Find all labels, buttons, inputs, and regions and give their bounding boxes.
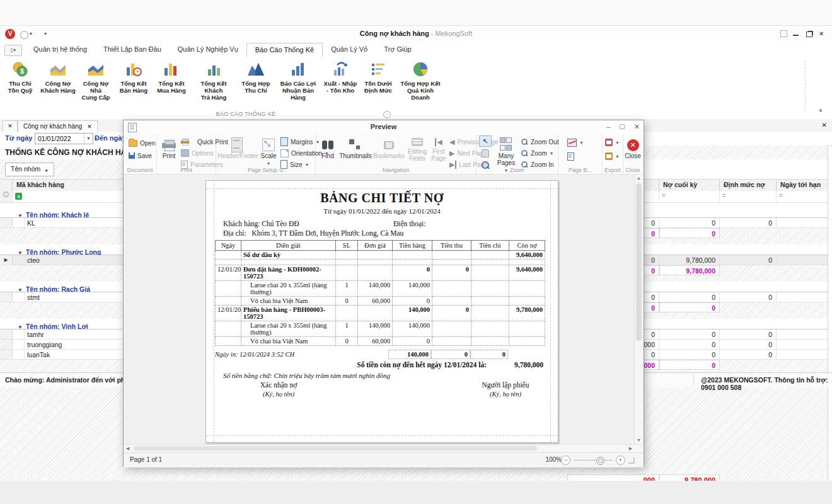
column-header-due-date[interactable]: Ngày tới hạn: [777, 180, 828, 192]
row-marker[interactable]: [0, 329, 13, 339]
cell-debt-limit[interactable]: 0: [720, 255, 777, 265]
ribbon-button-tong-hop-ket-qua-kinh-doanh[interactable]: Tổng Hợp KếtQuả Kinh Doanh: [397, 58, 444, 101]
ribbon-tab-quản-lý-nghiệp-vụ[interactable]: Quản Lý Nghiệp Vụ: [170, 43, 246, 57]
close-preview-button[interactable]: ✕ Close: [623, 137, 642, 159]
preview-title-bar[interactable]: Preview – ▢ ✕: [124, 120, 644, 135]
scroll-right-icon[interactable]: ▶: [627, 445, 635, 452]
collapse-ribbon-icon[interactable]: ▲: [818, 107, 823, 113]
pin-window-icon[interactable]: [780, 30, 787, 37]
cell-debt-limit[interactable]: 0: [720, 292, 777, 302]
ribbon-tab-trợ-giúp[interactable]: Trợ Giúp: [376, 43, 419, 57]
zoom-out-button[interactable]: Zoom Out: [521, 137, 558, 147]
options-icon: [181, 149, 189, 157]
cell-end-debt[interactable]: 0: [659, 292, 720, 302]
export-document-button[interactable]: ▼: [605, 137, 620, 147]
ribbon-button-tong-ket-mua-hang[interactable]: Tổng KếtMua Hàng: [153, 58, 190, 101]
scroll-left-icon[interactable]: ◀: [124, 445, 132, 452]
ribbon-button-xuat-nhap-ton-kho[interactable]: Xuất - Nhập- Tồn Kho: [321, 58, 359, 101]
tabstrip-close-icon[interactable]: ✕: [822, 122, 827, 129]
group-by-button[interactable]: Tên nhóm▲: [5, 163, 54, 176]
ribbon-button-cong-no-khach-hang[interactable]: Công NợKhách Hàng: [39, 58, 77, 101]
cell-debt-limit[interactable]: 0: [720, 340, 777, 349]
ribbon-button-tong-ket-khach-tra-hang[interactable]: Tổng Kết KháchTrả Hàng: [190, 58, 237, 101]
from-date-dropdown-icon[interactable]: ▼: [84, 134, 93, 144]
horizontal-scroll-thumb[interactable]: [134, 446, 537, 451]
cell-debt-limit[interactable]: 0: [720, 329, 777, 339]
ribbon-button-cong-no-nha-cung-cap[interactable]: Công Nợ NhàCung Cấp: [77, 58, 115, 101]
scroll-up-icon[interactable]: ▲: [635, 175, 643, 182]
filter-end-debt[interactable]: =: [659, 191, 720, 202]
ribbon-button-tong-hop-thu-chi[interactable]: Tổng HợpThu Chi: [237, 58, 275, 101]
open-button[interactable]: Open: [129, 138, 155, 148]
minimize-button[interactable]: [793, 35, 799, 36]
close-all-tabs-button[interactable]: ✕: [3, 120, 18, 132]
preview-vertical-scrollbar[interactable]: ▲ ▼: [634, 175, 643, 444]
page-color-button[interactable]: [567, 151, 584, 161]
ribbon-button-ton-duoi-dinh-muc[interactable]: Tồn DướiĐịnh Mức: [359, 58, 397, 101]
row-marker[interactable]: [0, 292, 13, 302]
tab-cong-no-khach-hang[interactable]: Công nợ khách hàng✕: [18, 120, 98, 132]
cell-end-debt[interactable]: 0: [659, 329, 720, 339]
resize-grip[interactable]: [628, 457, 635, 464]
cell-due-date[interactable]: [777, 329, 828, 339]
cell-due-date[interactable]: [777, 218, 828, 227]
column-header-cut[interactable]: [644, 180, 659, 192]
group-dialog-launcher-icon[interactable]: ◦: [383, 111, 391, 118]
cell-due-date[interactable]: [777, 255, 828, 265]
preview-horizontal-scrollbar[interactable]: ◀ ▶: [124, 444, 644, 452]
thumbnails-button[interactable]: Thumbnails: [338, 137, 373, 159]
zoom-slider-knob[interactable]: [596, 457, 604, 465]
filter-debt-limit[interactable]: =: [720, 191, 777, 202]
row-marker[interactable]: ▶: [0, 255, 13, 265]
cell-due-date[interactable]: [777, 350, 828, 359]
ribbon-button-thu-chi-ton-quy[interactable]: $Thu ChiTồn Quỹ: [1, 58, 39, 101]
preview-close-button[interactable]: ✕: [634, 123, 640, 131]
cell-end-debt[interactable]: 0: [659, 218, 720, 227]
preview-minimize-button[interactable]: –: [606, 123, 610, 131]
zoom-increase-button[interactable]: +: [616, 455, 625, 465]
scroll-down-icon[interactable]: ▼: [635, 437, 643, 444]
filter-due-date[interactable]: =: [777, 191, 828, 202]
cell-end-debt[interactable]: 0: [659, 350, 720, 359]
save-button[interactable]: Save: [129, 151, 155, 161]
cell-end-debt[interactable]: 0: [659, 340, 720, 349]
footer-end-debt[interactable]: 0: [659, 302, 720, 312]
column-header-debt-limit[interactable]: Định mức nợ: [720, 180, 777, 192]
cell-debt-limit[interactable]: 0: [720, 350, 777, 359]
tab-close-icon[interactable]: ✕: [87, 123, 92, 130]
from-date-input[interactable]: 01/01/2022▼: [35, 133, 93, 144]
footer-end-debt[interactable]: 0: [659, 228, 720, 238]
filter-abc-icon[interactable]: a: [15, 193, 22, 200]
vertical-scroll-thumb[interactable]: [636, 183, 642, 341]
ribbon-tab-thiết-lập-ban-đầu[interactable]: Thiết Lập Ban Đầu: [95, 43, 170, 57]
restore-button[interactable]: [806, 32, 812, 37]
ribbon-tab-báo-cáo-thống-kê[interactable]: Báo Cáo Thống Kê: [246, 43, 323, 57]
cell-end-debt[interactable]: 9,780,000: [659, 255, 720, 265]
cell-due-date[interactable]: [777, 292, 828, 302]
column-header-end-debt[interactable]: Nợ cuối kỳ: [659, 180, 720, 192]
zoom-button[interactable]: Zoom▼: [521, 148, 558, 158]
pointer-tool[interactable]: ↖: [479, 135, 492, 147]
scale-button[interactable]: Scale ▼: [258, 137, 279, 166]
row-marker[interactable]: [0, 340, 13, 349]
send-email-button[interactable]: ▼: [605, 151, 620, 161]
cell-due-date[interactable]: [777, 340, 828, 349]
zoom-decrease-button[interactable]: −: [561, 455, 570, 465]
cell-debt-limit[interactable]: 0: [720, 218, 777, 227]
preview-maximize-button[interactable]: ▢: [619, 123, 625, 131]
hand-tool[interactable]: [479, 147, 492, 159]
ribbon-tab-quản-trị-hệ-thống[interactable]: Quản trị hệ thống: [25, 43, 95, 57]
footer-end-debt[interactable]: 0: [659, 360, 720, 370]
row-marker[interactable]: [0, 218, 13, 227]
ribbon-button-bao-cao-loi-nhuan-ban-hang[interactable]: Báo Cáo LợiNhuận Bán Hàng: [275, 58, 321, 101]
find-button[interactable]: Find: [317, 137, 338, 159]
row-marker[interactable]: [0, 350, 13, 359]
zoom-slider[interactable]: [574, 460, 613, 461]
close-button[interactable]: ×: [819, 30, 827, 37]
print-button[interactable]: Print: [158, 137, 180, 159]
footer-end-debt[interactable]: 9,780,000: [659, 265, 720, 275]
ribbon-button-tong-ket-ban-hang[interactable]: Tổng KếtBán Hàng: [115, 58, 153, 101]
app-menu-button[interactable]: ▯▾: [4, 45, 22, 56]
watermark-button[interactable]: ▼: [567, 137, 584, 147]
ribbon-tab-quản-lý-vỏ[interactable]: Quản Lý Vỏ: [323, 43, 376, 57]
